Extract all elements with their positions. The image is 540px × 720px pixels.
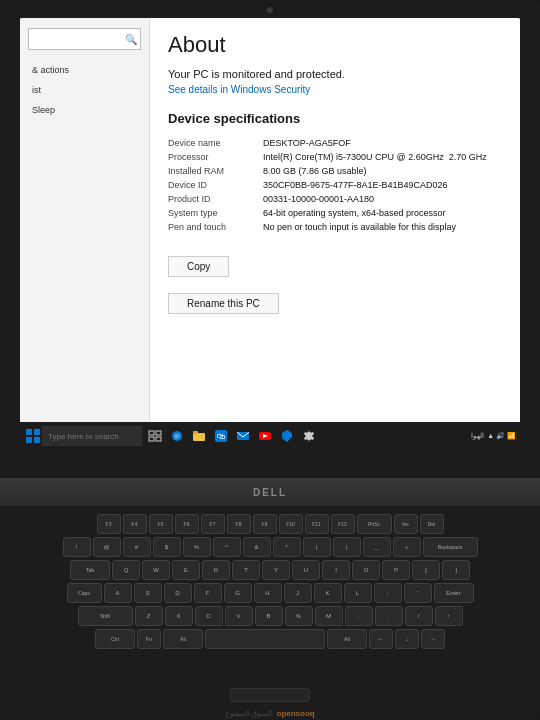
key-period[interactable]: . (375, 606, 403, 626)
key-fn[interactable]: Fn (137, 629, 161, 649)
youtube-icon[interactable] (256, 427, 274, 445)
key-l[interactable]: L (344, 583, 372, 603)
task-view-icon[interactable] (146, 427, 164, 445)
keyboard-row-numbers: ! @ # $ % ^ & * ( ) _ + Backspace (10, 537, 530, 557)
key-tab[interactable]: Tab (70, 560, 110, 580)
key-f10[interactable]: F10 (279, 514, 303, 534)
sidebar-search-area[interactable]: 🔍 (28, 28, 141, 50)
key-quote[interactable]: ' (404, 583, 432, 603)
key-h[interactable]: H (254, 583, 282, 603)
key-m[interactable]: M (315, 606, 343, 626)
start-button[interactable] (24, 427, 42, 445)
settings-icon[interactable] (300, 427, 318, 445)
key-f11[interactable]: F11 (305, 514, 329, 534)
defender-icon[interactable] (278, 427, 296, 445)
trackpad[interactable] (230, 688, 310, 702)
key-a[interactable]: A (104, 583, 132, 603)
key-f5[interactable]: F5 (149, 514, 173, 534)
key-r[interactable]: R (202, 560, 230, 580)
key-1[interactable]: ! (63, 537, 91, 557)
key-space[interactable] (205, 629, 325, 649)
key-9[interactable]: ( (303, 537, 331, 557)
mail-icon[interactable] (234, 427, 252, 445)
key-insert[interactable]: Ins (394, 514, 418, 534)
key-z[interactable]: Z (135, 606, 163, 626)
key-b[interactable]: B (255, 606, 283, 626)
svg-rect-6 (149, 437, 154, 441)
key-lbracket[interactable]: [ (412, 560, 440, 580)
key-ralt[interactable]: Alt (327, 629, 367, 649)
key-0[interactable]: ) (333, 537, 361, 557)
key-down[interactable]: ↓ (395, 629, 419, 649)
dell-logo: DELL (253, 487, 287, 498)
key-n[interactable]: N (285, 606, 313, 626)
spec-value-4: 00331-10000-00001-AA180 (263, 194, 502, 204)
key-semicolon[interactable]: ; (374, 583, 402, 603)
spec-row-ram: Installed RAM 8.00 GB (7.86 GB usable) (168, 164, 502, 178)
key-4[interactable]: $ (153, 537, 181, 557)
key-w[interactable]: W (142, 560, 170, 580)
key-lalt[interactable]: Alt (163, 629, 203, 649)
key-c[interactable]: C (195, 606, 223, 626)
key-minus[interactable]: _ (363, 537, 391, 557)
key-6[interactable]: ^ (213, 537, 241, 557)
spec-row-processor: Processor Intel(R) Core(TM) i5-7300U CPU… (168, 150, 502, 164)
key-f6[interactable]: F6 (175, 514, 199, 534)
key-d[interactable]: D (164, 583, 192, 603)
sidebar-item-list[interactable]: ist (20, 80, 149, 100)
key-right[interactable]: → (421, 629, 445, 649)
key-backspace[interactable]: Backspace (423, 537, 478, 557)
key-delete[interactable]: Del (420, 514, 444, 534)
key-f4[interactable]: F4 (123, 514, 147, 534)
taskbar-search-input[interactable] (42, 426, 142, 446)
key-o[interactable]: O (352, 560, 380, 580)
key-j[interactable]: J (284, 583, 312, 603)
key-f3[interactable]: F3 (97, 514, 121, 534)
key-equals[interactable]: + (393, 537, 421, 557)
key-enter[interactable]: Enter (434, 583, 474, 603)
key-up[interactable]: ↑ (435, 606, 463, 626)
key-e[interactable]: E (172, 560, 200, 580)
file-explorer-icon[interactable] (190, 427, 208, 445)
key-lshift[interactable]: Shift (78, 606, 133, 626)
key-x[interactable]: X (165, 606, 193, 626)
key-g[interactable]: G (224, 583, 252, 603)
key-7[interactable]: & (243, 537, 271, 557)
key-q[interactable]: Q (112, 560, 140, 580)
key-i[interactable]: I (322, 560, 350, 580)
taskbar-right: الهوا ▲ 🔊 📶 (471, 432, 516, 440)
key-8[interactable]: * (273, 537, 301, 557)
key-f8[interactable]: F8 (227, 514, 251, 534)
key-5[interactable]: % (183, 537, 211, 557)
key-prtsc[interactable]: PrtSc (357, 514, 392, 534)
key-f12[interactable]: F12 (331, 514, 355, 534)
key-slash[interactable]: / (405, 606, 433, 626)
key-u[interactable]: U (292, 560, 320, 580)
security-link[interactable]: See details in Windows Security (168, 84, 502, 95)
edge-icon[interactable] (168, 427, 186, 445)
spec-value-0: DESKTOP-AGA5FOF (263, 138, 502, 148)
key-s[interactable]: S (134, 583, 162, 603)
key-left[interactable]: ← (369, 629, 393, 649)
rename-button[interactable]: Rename this PC (168, 293, 279, 314)
key-f7[interactable]: F7 (201, 514, 225, 534)
key-t[interactable]: T (232, 560, 260, 580)
key-2[interactable]: @ (93, 537, 121, 557)
key-lctrl[interactable]: Ctrl (95, 629, 135, 649)
key-f[interactable]: F (194, 583, 222, 603)
key-f9[interactable]: F9 (253, 514, 277, 534)
key-comma[interactable]: , (345, 606, 373, 626)
key-capslock[interactable]: Caps (67, 583, 102, 603)
key-y[interactable]: Y (262, 560, 290, 580)
spec-row-device-name: Device name DESKTOP-AGA5FOF (168, 136, 502, 150)
sidebar-item-actions[interactable]: & actions (20, 60, 149, 80)
copy-button[interactable]: Copy (168, 256, 229, 277)
sidebar-item-sleep[interactable]: Sleep (20, 100, 149, 120)
keyboard-row-fkeys: F3 F4 F5 F6 F7 F8 F9 F10 F11 F12 PrtSc I… (10, 514, 530, 534)
key-3[interactable]: # (123, 537, 151, 557)
key-k[interactable]: K (314, 583, 342, 603)
key-rbracket[interactable]: ] (442, 560, 470, 580)
store-icon[interactable]: 🛍 (212, 427, 230, 445)
key-p[interactable]: P (382, 560, 410, 580)
key-v[interactable]: V (225, 606, 253, 626)
